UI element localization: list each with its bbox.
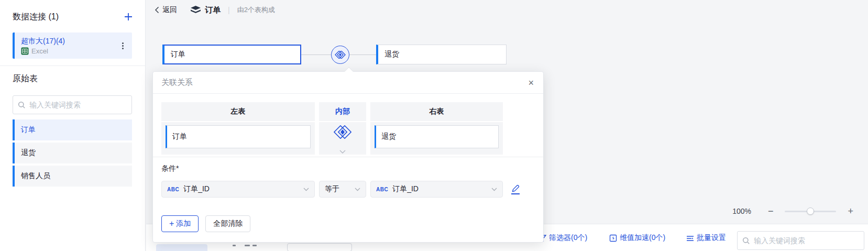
topbar-composition: 由2个表构成 [237,5,275,15]
zoom-slider-track[interactable] [785,211,836,212]
search-icon [18,101,26,109]
inner-join-icon [335,51,346,59]
right-table-header: 右表 [370,102,503,122]
right-table-body: 退货 [370,122,503,155]
clipped-select-stub[interactable] [287,243,352,251]
accelerate-icon [609,234,617,242]
back-button[interactable]: 返回 [155,5,177,15]
node-label: 退货 [384,50,399,59]
sidebar-header: 数据连接 (1) [13,9,135,24]
clipped-text-stub [245,245,250,246]
dimension-accelerate-button[interactable]: 维值加速(0个) [609,233,665,243]
sidebar-table-item-salespeople[interactable]: 销售人员 [13,166,132,187]
canvas-node-orders[interactable]: 订单 [162,45,301,64]
left-table-value[interactable]: 订单 [166,125,311,148]
raw-tables-title: 原始表 [13,73,38,84]
filters-label: 筛选器(0个) [549,233,587,243]
add-label: 添加 [176,219,191,228]
right-field-dropdown[interactable]: ABC 订单_ID [370,181,503,198]
data-connection-title: 数据连接 (1) [13,12,59,23]
edit-underline [511,193,520,194]
topbar-table: 订单 [191,5,221,15]
connection-more-button[interactable] [118,39,127,52]
table-item-label: 订单 [21,125,36,135]
left-field-name: 订单_ID [183,184,299,194]
bottom-search-input[interactable] [754,236,859,245]
chevron-down-icon [355,188,360,191]
node-label: 订单 [171,50,185,59]
left-field-dropdown[interactable]: ABC 订单_ID [161,181,315,198]
bottom-search-box[interactable] [737,231,864,250]
edit-condition-button[interactable] [511,184,520,194]
zoom-level: 100% [732,207,751,215]
join-node-button[interactable] [331,46,349,64]
left-table-column: 左表 订单 [161,102,315,155]
join-type-selector[interactable] [319,122,366,155]
left-table-name: 订单 [172,132,187,141]
field-type-badge: ABC [376,187,388,192]
pencil-icon [511,184,520,193]
sidebar-divider [0,66,145,66]
close-icon[interactable]: × [526,77,536,89]
chevron-down-icon [491,188,497,191]
plus-icon: + [169,220,174,228]
dialog-divider [153,157,543,157]
clipped-tab-stub[interactable] [156,244,207,251]
sidebar-table-item-returns[interactable]: 退货 [13,143,132,163]
zoom-control: 100% − + [732,206,853,216]
clear-label: 全部清除 [213,219,243,228]
connection-item[interactable]: 超市大(17)(4) Excel [13,32,132,59]
plus-icon [124,12,133,21]
sidebar: 数据连接 (1) 超市大(17)(4) Excel 原始表 [0,0,146,251]
connection-subrow: Excel [21,47,128,55]
field-type-badge: ABC [167,187,179,192]
join-table-grid: 左表 订单 内部 [161,102,503,155]
excel-icon [21,47,29,55]
sidebar-search-input[interactable] [29,101,127,109]
table-edit-page: 数据连接 (1) 超市大(17)(4) Excel 原始表 [0,0,868,251]
clear-all-button[interactable]: 全部清除 [205,215,250,232]
sidebar-search-box[interactable] [13,95,132,114]
add-condition-button[interactable]: + 添加 [161,215,199,232]
right-table-value[interactable]: 退货 [375,125,499,148]
topbar-table-name: 订单 [205,5,221,15]
right-table-name: 退货 [381,132,396,141]
table-item-label: 销售人员 [21,171,50,181]
canvas-node-returns[interactable]: 退货 [376,45,507,64]
operator-dropdown[interactable]: 等于 [319,181,366,198]
zoom-slider-knob[interactable] [807,208,814,215]
topbar-separator: | [228,6,230,14]
relation-dialog: 关联关系 × 左表 订单 内部 [152,71,544,243]
join-type-column: 内部 [319,102,366,155]
sidebar-table-item-orders[interactable]: 订单 [13,119,132,140]
join-type-header: 内部 [319,102,366,122]
right-table-column: 右表 退货 [370,102,503,155]
zoom-in-button[interactable]: + [848,206,853,216]
add-connection-button[interactable] [122,10,135,23]
right-field-name: 订单_ID [392,184,487,194]
filters-button[interactable]: 筛选器(0个) [539,233,587,243]
connection-type-label: Excel [31,47,48,55]
condition-label: 条件* [161,164,179,173]
joined-table-icon [191,6,201,14]
back-label: 返回 [162,5,177,15]
clipped-text-stub [233,245,236,246]
chevron-down-icon [303,188,309,191]
batch-settings-icon [686,234,694,242]
dialog-actions: + 添加 全部清除 [161,215,250,232]
left-table-body: 订单 [161,122,315,155]
topbar: 返回 订单 | 由2个表构成 [155,4,275,16]
batch-settings-label: 批量设置 [697,233,726,243]
connection-name: 超市大(17)(4) [21,36,128,46]
left-table-header: 左表 [161,102,315,122]
chevron-left-icon [155,6,159,14]
condition-row: ABC 订单_ID 等于 ABC 订单_ID [161,181,520,198]
dialog-title: 关联关系 [161,78,193,88]
table-item-label: 退货 [21,148,36,158]
zoom-out-button[interactable]: − [768,206,774,216]
batch-settings-button[interactable]: 批量设置 [686,233,726,243]
operator-value: 等于 [325,184,350,194]
dimension-accelerate-label: 维值加速(0个) [620,233,665,243]
clipped-text-stub [252,245,257,246]
search-icon [742,237,750,245]
